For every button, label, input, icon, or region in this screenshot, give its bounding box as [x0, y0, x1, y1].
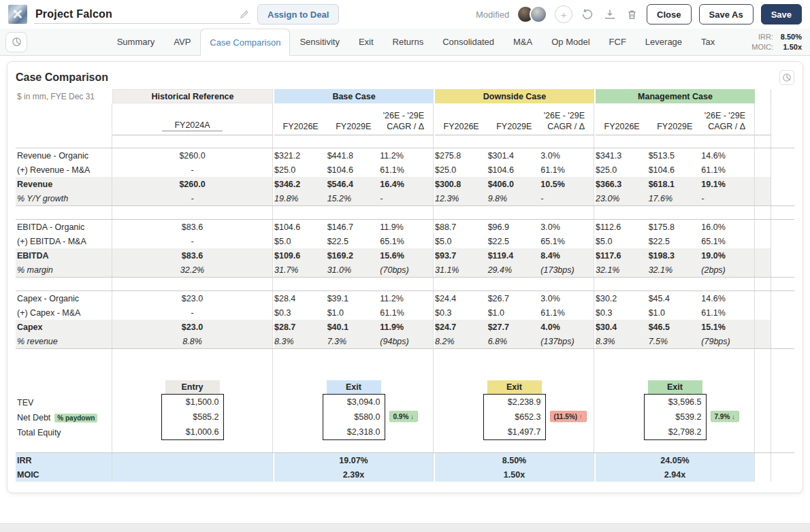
value-cell: 16.0% — [701, 222, 754, 232]
tab-tax[interactable]: Tax — [692, 29, 724, 55]
case-band-management-case[interactable]: Management Case — [596, 89, 755, 103]
case-values: 32.1%32.1%(2bps) — [596, 263, 755, 277]
value-cell: $40.1 — [327, 322, 380, 332]
case-band-downside-case[interactable]: Downside Case — [435, 89, 594, 103]
value-cell: $104.6 — [274, 222, 327, 232]
valuation-block: TEVNet Debt% paydownTotal EquityEntry$1,… — [16, 380, 794, 440]
trailing-spacer — [755, 278, 771, 290]
value-cell: 32.2% — [112, 263, 273, 277]
tab-avp[interactable]: AVP — [164, 29, 200, 55]
value-cell: $104.6 — [327, 165, 380, 175]
header-label-cell — [16, 103, 112, 135]
panel-toggle-button[interactable] — [5, 32, 27, 52]
value-cell: 8.3% — [596, 337, 649, 346]
trailing-spacer — [755, 291, 771, 305]
tab-sensitivity[interactable]: Sensitivity — [290, 29, 349, 55]
metric-value: 8.50% — [777, 32, 802, 42]
change-badge: (11.5%) ↑ — [550, 411, 587, 422]
value-cell: 6.8% — [488, 337, 541, 346]
case-values: 19.07% — [274, 453, 434, 467]
save-as-button[interactable]: Save As — [699, 4, 754, 24]
case-values: $25.0$104.661.1% — [596, 163, 755, 177]
badge-text: (11.5%) — [554, 413, 579, 420]
case-band-historical-reference[interactable]: Historical Reference — [112, 89, 273, 103]
fiscal-year-labels: FY2026EFY2029ECAGR / Δ — [435, 122, 594, 131]
value-cell: 24.05% — [596, 456, 754, 465]
value-cell: $25.0 — [596, 165, 649, 175]
fiscal-year-labels: FY2026EFY2029ECAGR / Δ — [596, 122, 754, 131]
value-cell: $23.0 — [112, 320, 273, 334]
add-user-button[interactable]: + — [555, 5, 572, 23]
case-values: $88.7$96.93.0% — [435, 220, 594, 234]
case-values: $104.6$146.711.9% — [274, 220, 434, 234]
value-cell: 65.1% — [380, 237, 433, 246]
case-values: 8.50% — [435, 453, 594, 467]
delete-icon[interactable] — [625, 7, 639, 22]
value-cell: $104.6 — [488, 165, 541, 175]
tab-consolidated[interactable]: Consolidated — [433, 29, 504, 55]
tab-op-model[interactable]: Op Model — [542, 29, 599, 55]
close-button[interactable]: Close — [647, 4, 691, 24]
metric-label: IRR: — [758, 32, 773, 42]
value-cell: $652.3 — [484, 410, 545, 425]
trailing-spacer — [755, 440, 771, 452]
historical-column-header: FY2024A — [112, 120, 272, 131]
tab-fcf[interactable]: FCF — [600, 29, 636, 55]
value-cell: $1,497.7 — [484, 425, 545, 439]
row-label: EBITDA - Organic — [16, 220, 112, 234]
metric-row: MOIC:1.50x — [751, 42, 802, 52]
row-label: MOIC — [16, 467, 112, 482]
case-values: $25.0$104.661.1% — [435, 163, 594, 177]
valuation-box: $3,596.5$539.2$2,798.2 — [644, 394, 707, 440]
value-cell: $275.8 — [435, 151, 488, 161]
row-label: (+) Revenue - M&A — [16, 163, 112, 177]
trailing-spacer — [755, 305, 771, 320]
table-row: Capex - Organic$23.0$28.4$39.111.2%$24.4… — [16, 291, 794, 305]
spacer-row — [16, 349, 794, 380]
avatar[interactable] — [530, 5, 547, 23]
value-cell: 16.4% — [380, 180, 433, 189]
case-values: $341.3$513.514.6% — [596, 148, 755, 163]
assign-to-deal-button[interactable]: Assign to Deal — [257, 4, 339, 24]
download-icon[interactable] — [602, 7, 617, 22]
project-title-field[interactable]: Project Falcon — [34, 5, 250, 24]
case-values: $275.8$301.43.0% — [435, 148, 594, 163]
value-cell: 7.5% — [649, 337, 702, 346]
valuation-column: Exit$2,238.9$652.3$1,497.7(11.5%) ↑ — [435, 380, 594, 440]
valuation-column: Entry$1,500.0$585.2$1,000.6 — [112, 380, 273, 440]
value-cell: $28.7 — [274, 322, 327, 332]
value-cell: 65.1% — [701, 237, 754, 246]
table-row: (+) Revenue - M&A-$25.0$104.661.1%$25.0$… — [16, 163, 794, 177]
metric-label: MOIC: — [751, 42, 773, 52]
card-settings-button[interactable] — [779, 70, 794, 85]
value-cell: $2,238.9 — [484, 395, 545, 410]
case-band-base-case[interactable]: Base Case — [274, 89, 434, 103]
value-cell: 4.0% — [540, 322, 594, 332]
modified-label: Modified — [476, 10, 509, 20]
case-values: 12.3%9.8%- — [435, 191, 594, 205]
history-icon[interactable] — [580, 7, 595, 22]
value-cell: $88.7 — [435, 222, 488, 232]
value-cell: 15.2% — [327, 194, 380, 203]
value-cell: 10.5% — [540, 180, 594, 189]
tab-m-a[interactable]: M&A — [504, 29, 542, 55]
value-cell: 65.1% — [540, 237, 594, 246]
value-cell: $1.0 — [649, 308, 702, 318]
row-group: EBITDA - Organic$83.6$104.6$146.711.9%$8… — [16, 219, 794, 278]
case-values: $0.3$1.061.1% — [274, 305, 434, 320]
returns-row: MOIC2.39x1.50x2.94x — [16, 467, 794, 482]
paydown-badge: % paydown — [54, 414, 97, 422]
save-button[interactable]: Save — [761, 4, 802, 24]
tab-summary[interactable]: Summary — [108, 29, 165, 55]
exit-chip: Exit — [648, 380, 702, 394]
case-values: $5.0$22.565.1% — [435, 234, 594, 248]
metric-row: IRR:8.50% — [751, 32, 802, 42]
value-cell: $45.4 — [649, 294, 702, 303]
edit-title-icon[interactable] — [240, 10, 249, 19]
tab-exit[interactable]: Exit — [349, 29, 383, 55]
trailing-spacer — [755, 103, 771, 135]
tab-leverage[interactable]: Leverage — [636, 29, 692, 55]
column-header: FY2029E — [649, 122, 702, 131]
tab-returns[interactable]: Returns — [383, 29, 434, 55]
tab-case-comparison[interactable]: Case Comparison — [200, 29, 290, 56]
